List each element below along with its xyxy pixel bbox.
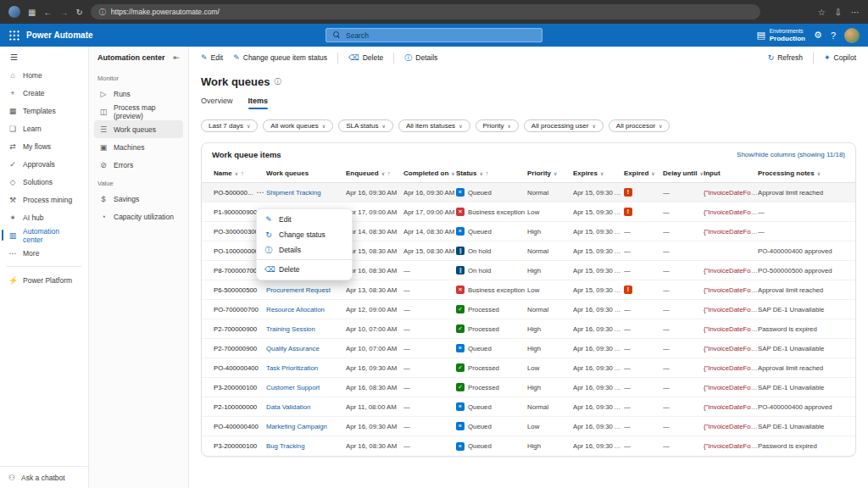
sidebar-item-process-mining[interactable]: ⚒Process mining — [0, 191, 88, 208]
filter-pill-priority[interactable]: Priority∨ — [476, 119, 519, 132]
sidebar-item-power-platform[interactable]: ⚡ Power Platform — [0, 271, 88, 289]
sidebar-item-home[interactable]: ⌂Home — [0, 66, 88, 84]
table-row[interactable]: P2-700000900Training SessionApr 10, 07:0… — [202, 319, 855, 339]
column-header-processing-notes[interactable]: Processing notes∨ — [758, 169, 849, 177]
table-row[interactable]: P3-200000100Bug TrackingApr 16, 08:30 AM… — [202, 436, 855, 456]
table-row[interactable]: PO-700000700Resource AllocationApr 12, 0… — [202, 300, 855, 319]
environment-picker[interactable]: ▤ Environments Production — [756, 28, 805, 42]
settings-gear-icon[interactable]: ⚙ — [814, 30, 822, 41]
tab-grid-icon[interactable]: ▦ — [28, 8, 36, 17]
sidebar-item-automation-center[interactable]: ▥Automation center — [0, 226, 88, 244]
column-header-name[interactable]: Name∨↑ — [214, 169, 266, 177]
sidebar-item-create[interactable]: +Create — [0, 84, 88, 102]
cell-expired: — — [624, 228, 663, 236]
nav-toggle-icon[interactable]: ☰ — [0, 50, 88, 66]
sidebar-item-ai-hub[interactable]: ✶AI hub — [0, 208, 88, 226]
cell-priority: High — [527, 325, 573, 333]
table-row[interactable]: PO-400000400Task PrioritizationApr 16, 0… — [202, 358, 855, 378]
show-hide-columns-link[interactable]: Show/hide columns (showing 11/18) — [737, 151, 845, 158]
tab-overview[interactable]: Overview — [201, 97, 233, 109]
sidebar-item-my-flows[interactable]: ⇄My flows — [0, 137, 88, 155]
filter-pill-all-proccesor[interactable]: All proccesor∨ — [609, 119, 670, 132]
downloads-icon[interactable]: ⇩ — [835, 8, 842, 17]
page-info-icon[interactable]: ⓘ — [274, 77, 281, 86]
sidebar-item-more[interactable]: ⋯More — [0, 244, 88, 262]
table-row[interactable]: PO-500000...⋯Shipment TrackingApr 16, 09… — [202, 183, 855, 202]
column-header-input[interactable]: Input — [704, 169, 758, 177]
row-more-button[interactable]: ⋯ — [256, 188, 264, 197]
copilot-button[interactable]: ✦Copilot — [824, 53, 856, 62]
filter-pill-all-processing-user[interactable]: All processing user∨ — [524, 119, 604, 132]
cell-processing-notes: Approval limit reached — [758, 286, 849, 294]
forward-icon[interactable]: → — [59, 8, 68, 17]
work-queue-link[interactable]: Data Validation — [266, 403, 310, 411]
waffle-icon[interactable] — [8, 30, 19, 41]
work-queue-link[interactable]: Task Prioritization — [266, 364, 318, 372]
sidebar-item-solutions[interactable]: ◇Solutions — [0, 173, 88, 191]
table-row[interactable]: P2-700000900Quality AssuranceApr 10, 07:… — [202, 339, 855, 358]
favorites-icon[interactable]: ☆ — [818, 8, 826, 17]
status-queued-icon: ≡ — [456, 344, 465, 352]
column-header-completed-on[interactable]: Completed on∨↑ — [403, 169, 456, 177]
cell-completed-on: — — [403, 325, 456, 333]
panel-item-savings[interactable]: $Savings — [94, 190, 183, 208]
back-icon[interactable]: ← — [43, 8, 52, 17]
panel-item-capacity-utilization[interactable]: ◔Capacity utilization — [94, 208, 183, 225]
sidebar-item-learn[interactable]: ❏Learn — [0, 119, 88, 137]
table-row[interactable]: P6-500000500Procurement RequestApr 13, 0… — [202, 280, 855, 300]
panel-item-errors[interactable]: ⊘Errors — [94, 156, 183, 174]
collapse-panel-icon[interactable]: ⇤ — [173, 53, 180, 62]
sidebar-item-templates[interactable]: ▦Templates — [0, 102, 88, 119]
menu-item-delete[interactable]: ⌫Delete — [257, 262, 352, 277]
address-bar[interactable]: ⓘ https://make.powerautomate.com/ — [91, 4, 760, 19]
user-avatar[interactable] — [844, 28, 860, 43]
filter-pill-all-item-statuses[interactable]: All item statuses∨ — [398, 119, 470, 132]
work-queue-link[interactable]: Customer Support — [266, 384, 320, 391]
work-queue-link[interactable]: Marketing Campaign — [266, 423, 327, 430]
work-queue-link[interactable]: Resource Allocation — [266, 306, 325, 313]
tab-items[interactable]: Items — [248, 97, 269, 109]
filter-pill-last-7-days[interactable]: Last 7 days∨ — [201, 119, 258, 132]
table-row[interactable]: PO-400000400Marketing CampaignApr 16, 09… — [202, 417, 855, 436]
status-processed-icon: ✓ — [456, 305, 465, 313]
site-info-icon[interactable]: ⓘ — [99, 8, 106, 17]
column-header-work-queues[interactable]: Work queues — [266, 169, 346, 177]
cell-completed-on: Apr 17, 09:00 AM — [403, 208, 456, 216]
column-header-delay-until[interactable]: Delay until∨ — [663, 169, 704, 177]
browser-more-icon[interactable]: ⋯ — [851, 8, 860, 17]
panel-item-work-queues[interactable]: ☰Work queues — [94, 120, 183, 138]
help-icon[interactable]: ? — [831, 30, 836, 41]
browser-refresh-icon[interactable]: ↻ — [75, 8, 82, 17]
edit-button[interactable]: ✎Edit — [201, 53, 223, 62]
column-header-enqueued[interactable]: Enqueued∨↑ — [346, 169, 403, 177]
refresh-button[interactable]: ↻Refresh — [768, 53, 803, 62]
table-row[interactable]: P3-200000100Customer SupportApr 16, 08:3… — [202, 378, 855, 397]
work-queue-link[interactable]: Quality Assurance — [266, 345, 320, 352]
work-queue-link[interactable]: Training Session — [266, 325, 315, 333]
column-header-status[interactable]: Status∨↑ — [456, 169, 527, 177]
sidebar-item-approvals[interactable]: ✓Approvals — [0, 155, 88, 173]
browser-profile-avatar[interactable] — [8, 6, 20, 18]
filter-pill-sla-status[interactable]: SLA status∨ — [338, 119, 393, 132]
table-row[interactable]: P2-100000000Data ValidationApr 11, 08:00… — [202, 397, 855, 417]
work-queue-link[interactable]: Procurement Request — [266, 286, 331, 294]
menu-item-details[interactable]: ⓘDetails — [257, 242, 352, 258]
menu-item-edit[interactable]: ✎Edit — [257, 212, 352, 227]
panel-item-machines[interactable]: ▣Machines — [94, 138, 183, 156]
change-queue-item-status-button[interactable]: ✎Change queue item status — [233, 53, 327, 62]
work-queue-link[interactable]: Shipment Tracking — [266, 189, 321, 197]
ask-chatbot-button[interactable]: ⚇ Ask a chatbot — [0, 466, 88, 488]
delete-button[interactable]: ⌫Delete — [348, 53, 383, 62]
work-queue-link[interactable]: Bug Tracking — [266, 442, 305, 450]
machines-icon: ▣ — [99, 143, 108, 152]
cell-expired: ! — [624, 286, 663, 294]
filter-pill-all-work-queues[interactable]: All work queues∨ — [263, 119, 333, 132]
column-header-priority[interactable]: Priority∨ — [527, 169, 573, 177]
panel-item-runs[interactable]: ▷Runs — [94, 85, 183, 103]
menu-item-change-status[interactable]: ↻Change status — [257, 227, 352, 242]
column-header-expired[interactable]: Expired∨ — [624, 169, 663, 177]
panel-item-process-map-preview[interactable]: ◫Process map (preview) — [94, 103, 183, 120]
details-button[interactable]: ⓘDetails — [404, 53, 437, 64]
app-search-box[interactable]: Search — [326, 28, 542, 42]
column-header-expires[interactable]: Expires∨ — [573, 169, 624, 177]
